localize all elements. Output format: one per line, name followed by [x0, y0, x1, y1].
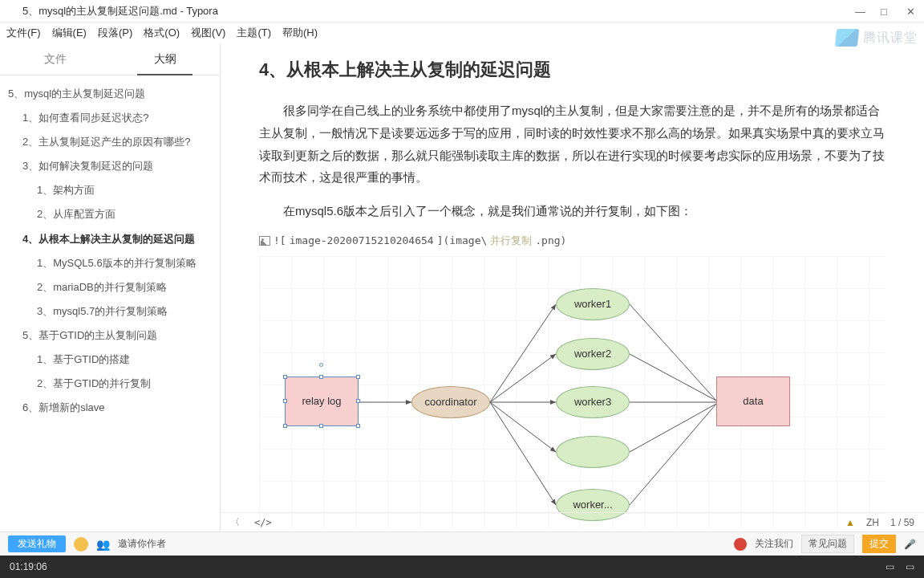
node-worker2[interactable]: worker2: [556, 338, 630, 370]
outline-item[interactable]: 5、mysql的主从复制延迟问题: [5, 82, 215, 106]
outline-item[interactable]: 5、基于GTID的主从复制问题: [5, 324, 215, 348]
outline-item[interactable]: 2、从库配置方面: [5, 202, 215, 226]
gift-button[interactable]: 发送礼物: [8, 535, 66, 552]
status-pages: 1 / 59: [890, 517, 914, 528]
node-data[interactable]: data: [716, 377, 790, 426]
menu-view[interactable]: 视图(V): [191, 26, 225, 40]
menu-edit[interactable]: 编辑(E): [52, 26, 87, 40]
chat-text: 邀请你作者: [118, 537, 166, 551]
sidebar: 文件 大纲 5、mysql的主从复制延迟问题 1、如何查看同步延迟状态? 2、主…: [0, 43, 221, 531]
menu-file[interactable]: 文件(F): [6, 26, 41, 40]
outline-item-active[interactable]: 4、从根本上解决主从复制的延迟问题: [5, 227, 215, 251]
svg-line-9: [630, 404, 716, 452]
outline-item[interactable]: 2、基于GTID的并行复制: [5, 372, 215, 396]
outline-item[interactable]: 1、如何查看同步延迟状态?: [5, 106, 215, 130]
svg-line-7: [630, 354, 716, 401]
weibo-icon[interactable]: [734, 538, 747, 551]
minimize-button[interactable]: —: [855, 6, 866, 17]
paragraph: 很多同学在自己线上的业务系统中都使用了mysql的主从复制，但是大家需要注意的是…: [259, 100, 886, 189]
node-worker3[interactable]: worker3: [556, 386, 630, 418]
app-icon: [6, 6, 18, 17]
submit-button[interactable]: 提交: [862, 535, 896, 553]
taskbar-icon: ▭: [886, 561, 894, 572]
svg-line-10: [630, 404, 716, 505]
outline-item[interactable]: 3、如何解决复制延迟的问题: [5, 154, 215, 178]
svg-line-6: [630, 304, 716, 401]
image-placeholder-icon: [259, 236, 270, 246]
taskbar: 01:19:06 ▭ ▭: [0, 556, 924, 578]
toolbar-bottom: 发送礼物 👥 邀请你作者 关注我们 常见问题 提交 🎤: [0, 531, 924, 556]
svg-line-2: [490, 354, 556, 402]
heading: 4、从根本上解决主从复制的延迟问题: [259, 58, 886, 82]
paragraph: 在mysql5.6版本之后引入了一个概念，就是我们通常说的并行复制，如下图：: [259, 200, 886, 222]
tab-files[interactable]: 文件: [0, 43, 110, 75]
menu-format[interactable]: 格式(O): [144, 26, 180, 40]
diagram: relay log coordinator worker1 worker2 wo…: [259, 256, 886, 529]
outline-item[interactable]: 1、基于GTID的搭建: [5, 348, 215, 372]
warning-icon: ▲: [845, 517, 855, 528]
editor-pane[interactable]: 4、从根本上解决主从复制的延迟问题 很多同学在自己线上的业务系统中都使用了mys…: [221, 43, 924, 531]
svg-line-1: [490, 304, 556, 402]
outline-item[interactable]: 2、mariaDB的并行复制策略: [5, 275, 215, 299]
titlebar: 5、mysql的主从复制延迟问题.md - Typora — □ ✕: [0, 0, 924, 22]
svg-line-5: [490, 402, 556, 505]
watermark-icon: [835, 29, 859, 47]
maximize-button[interactable]: □: [881, 6, 892, 17]
avatar-icon: [74, 537, 88, 552]
watermark: 腾讯课堂: [836, 29, 918, 47]
node-worker4[interactable]: [556, 436, 630, 468]
tab-outline[interactable]: 大纲: [110, 43, 220, 75]
menubar: 文件(F) 编辑(E) 段落(P) 格式(O) 视图(V) 主题(T) 帮助(H…: [0, 22, 924, 43]
outline-item[interactable]: 3、mysql5.7的并行复制策略: [5, 299, 215, 324]
status-back-icon[interactable]: 〈: [230, 515, 240, 529]
node-relay-log[interactable]: relay log: [285, 377, 359, 426]
close-button[interactable]: ✕: [906, 6, 918, 17]
help-button[interactable]: 常见问题: [801, 535, 854, 553]
watermark-text: 腾讯课堂: [863, 30, 918, 47]
outline-item[interactable]: 6、新增新的slave: [5, 396, 215, 420]
svg-line-4: [490, 402, 556, 452]
node-coordinator[interactable]: coordinator: [411, 386, 490, 418]
image-markdown: ![image-20200715210204654](image\并行复制.pn…: [259, 234, 886, 248]
follow-link[interactable]: 关注我们: [755, 537, 793, 551]
outline-list: 5、mysql的主从复制延迟问题 1、如何查看同步延迟状态? 2、主从复制延迟产…: [0, 75, 220, 531]
status-lang: ZH: [866, 517, 879, 528]
taskbar-icon: ▭: [906, 561, 914, 572]
taskbar-time: 01:19:06: [10, 561, 47, 572]
outline-item[interactable]: 1、架构方面: [5, 178, 215, 202]
people-icon: 👥: [96, 538, 110, 551]
menu-paragraph[interactable]: 段落(P): [98, 26, 132, 40]
mic-icon[interactable]: 🎤: [904, 539, 916, 550]
menu-help[interactable]: 帮助(H): [282, 26, 318, 40]
window-title: 5、mysql的主从复制延迟问题.md - Typora: [22, 4, 218, 18]
status-code-icon[interactable]: </>: [254, 517, 272, 528]
menu-theme[interactable]: 主题(T): [237, 26, 271, 40]
node-worker1[interactable]: worker1: [556, 288, 630, 320]
outline-item[interactable]: 2、主从复制延迟产生的原因有哪些?: [5, 130, 215, 154]
outline-item[interactable]: 1、MySQL5.6版本的并行复制策略: [5, 251, 215, 275]
